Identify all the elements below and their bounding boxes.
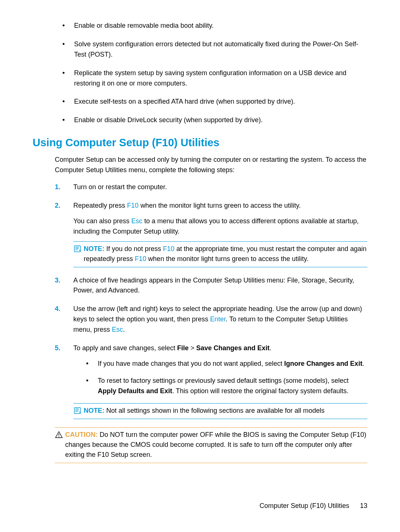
note-label: NOTE: [84, 407, 104, 414]
note-icon [73, 406, 81, 415]
list-item-text: Solve system configuration errors detect… [74, 40, 358, 58]
text-part: You can also press [73, 217, 131, 225]
footer-section-title: Computer Setup (F10) Utilities [260, 502, 349, 509]
keyboard-key: F10 [163, 245, 174, 252]
section-heading: Using Computer Setup (F10) Utilities [33, 137, 367, 149]
keyboard-key: F10 [127, 202, 139, 209]
option-name: Apply Defaults and Exit [98, 387, 172, 395]
svg-rect-1 [74, 407, 81, 414]
text-part: To reset to factory settings or previous… [98, 377, 349, 384]
list-item: Replicate the system setup by saving sys… [62, 68, 367, 89]
note-body: NOTE: Not all settings shown in the foll… [84, 406, 324, 416]
step-text-part: when the monitor light turns green to ac… [139, 202, 301, 209]
note-callout: NOTE: If you do not press F10 at the app… [73, 241, 367, 267]
list-item: Enable or disable removable media boot a… [62, 21, 367, 31]
note-callout: NOTE: Not all settings shown in the foll… [73, 403, 367, 419]
step-text: A choice of five headings appears in the… [73, 277, 354, 294]
step-item: Use the arrow (left and right) keys to s… [55, 304, 367, 335]
list-item-text: Enable or disable DriveLock security (wh… [74, 116, 263, 124]
step-text-part: To apply and save changes, select [73, 344, 177, 352]
note-text: Not all settings shown in the following … [106, 407, 324, 414]
step-item: Repeatedly press F10 when the monitor li… [55, 201, 367, 267]
list-item-text: Execute self-tests on a specified ATA ha… [74, 98, 295, 105]
step-item: A choice of five headings appears in the… [55, 275, 367, 296]
list-item: To reset to factory settings or previous… [86, 376, 367, 397]
option-name: Ignore Changes and Exit [284, 360, 362, 367]
keyboard-key: F10 [135, 255, 146, 262]
steps-list: Turn on or restart the computer. Repeate… [33, 182, 367, 419]
warning-triangle-icon [55, 431, 63, 439]
list-item: Solve system configuration errors detect… [62, 39, 367, 60]
list-item-text: Enable or disable removable media boot a… [74, 22, 214, 29]
page-number: 13 [360, 502, 367, 509]
step-item: To apply and save changes, select File >… [55, 343, 367, 419]
caution-callout: CAUTION: Do NOT turn the computer power … [55, 427, 367, 463]
caution-body: CAUTION: Do NOT turn the computer power … [65, 430, 367, 460]
caution-text: Do NOT turn the computer power OFF while… [65, 431, 366, 458]
text-part: . [362, 360, 364, 367]
menu-path-item: File [177, 344, 189, 352]
list-item-text: Replicate the system setup by saving sys… [74, 69, 346, 87]
note-label: NOTE: [84, 245, 104, 252]
list-item: Execute self-tests on a specified ATA ha… [62, 97, 367, 107]
step-text: Turn on or restart the computer. [73, 183, 167, 191]
keyboard-key: Enter [210, 315, 226, 323]
list-item: Enable or disable DriveLock security (wh… [62, 115, 367, 126]
step-text-part: . [123, 326, 125, 333]
list-item: If you have made changes that you do not… [86, 359, 367, 369]
document-page: Enable or disable removable media boot a… [0, 0, 400, 532]
note-text-part: If you do not press [106, 245, 163, 252]
text-part: If you have made changes that you do not… [98, 360, 284, 367]
svg-point-3 [59, 436, 59, 437]
text-part: . This option will restore the original … [172, 387, 349, 395]
page-footer: Computer Setup (F10) Utilities 13 [260, 502, 367, 510]
note-body: NOTE: If you do not press F10 at the app… [84, 244, 367, 264]
keyboard-key: Esc [112, 326, 123, 333]
note-icon [73, 245, 81, 253]
step-item: Turn on or restart the computer. [55, 182, 367, 193]
caution-label: CAUTION: [65, 431, 98, 438]
step-text-part: > [189, 344, 196, 352]
intro-paragraph: Computer Setup can be accessed only by t… [33, 155, 367, 175]
step-text-part: . [270, 344, 271, 352]
step-sub-paragraph: You can also press Esc to a menu that al… [73, 216, 367, 237]
svg-rect-0 [74, 245, 81, 252]
menu-path-item: Save Changes and Exit [196, 344, 270, 352]
keyboard-key: Esc [131, 217, 142, 225]
note-text-part: when the monitor light turns green to ac… [146, 255, 309, 262]
step-text-part: Repeatedly press [73, 202, 127, 209]
sub-options-list: If you have made changes that you do not… [73, 359, 367, 397]
feature-list: Enable or disable removable media boot a… [33, 21, 367, 126]
